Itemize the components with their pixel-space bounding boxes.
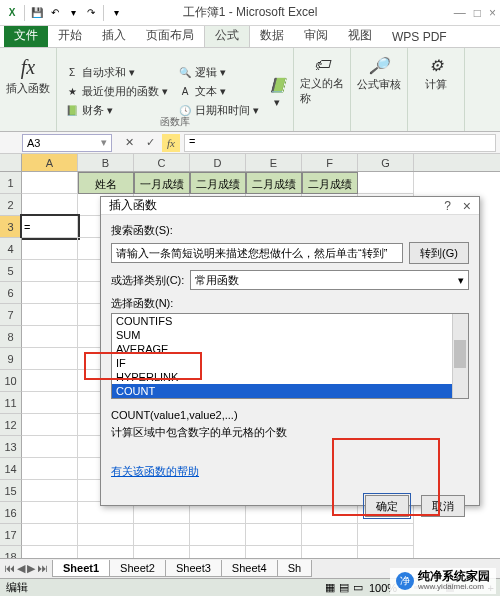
sheet-tab[interactable]: Sh [277, 560, 312, 577]
col-header-B[interactable]: B [78, 154, 134, 171]
function-help-link[interactable]: 有关该函数的帮助 [111, 464, 199, 479]
cell[interactable] [22, 326, 78, 348]
function-item[interactable]: IF [112, 356, 468, 370]
tab-file[interactable]: 文件 [4, 24, 48, 47]
go-button[interactable]: 转到(G) [409, 242, 469, 264]
redo-icon[interactable]: ↷ [83, 5, 99, 21]
col-header-G[interactable]: G [358, 154, 414, 171]
sheet-tab[interactable]: Sheet2 [109, 560, 166, 577]
formula-auditing-button[interactable]: 🔎 公式审核 [357, 50, 401, 92]
row-header[interactable]: 2 [0, 194, 22, 216]
dialog-help-button[interactable]: ? [444, 199, 451, 213]
cell[interactable] [22, 238, 78, 260]
row-header[interactable]: 10 [0, 370, 22, 392]
text-button[interactable]: A文本 ▾ [176, 83, 261, 100]
row-header[interactable]: 3 [0, 216, 22, 238]
autosum-button[interactable]: Σ自动求和 ▾ [63, 64, 170, 81]
cell[interactable] [22, 282, 78, 304]
cell[interactable]: = [22, 216, 78, 238]
maximize-button[interactable]: □ [474, 6, 481, 20]
function-item[interactable]: COUNTIFS [112, 314, 468, 328]
row-header[interactable]: 16 [0, 502, 22, 524]
function-item[interactable]: MAX [112, 398, 468, 399]
cell[interactable]: 姓名 [78, 172, 134, 194]
cell[interactable] [22, 370, 78, 392]
row-header[interactable]: 12 [0, 414, 22, 436]
calculation-button[interactable]: ⚙ 计算 [414, 50, 458, 92]
listbox-scrollbar[interactable] [452, 314, 468, 398]
col-header-F[interactable]: F [302, 154, 358, 171]
cell[interactable]: 二月成绩 [246, 172, 302, 194]
sheet-nav-first[interactable]: ⏮ [4, 562, 15, 575]
lookup-button[interactable]: 📗 ▾ [267, 71, 287, 109]
row-header[interactable]: 4 [0, 238, 22, 260]
recently-used-button[interactable]: ★最近使用的函数 ▾ [63, 83, 170, 100]
row-header[interactable]: 1 [0, 172, 22, 194]
row-header[interactable]: 14 [0, 458, 22, 480]
cell[interactable] [22, 502, 78, 524]
select-all-corner[interactable] [0, 154, 22, 171]
sheet-nav-prev[interactable]: ◀ [17, 562, 25, 575]
cell[interactable] [22, 172, 78, 194]
tab-insert[interactable]: 插入 [92, 24, 136, 47]
tab-page-layout[interactable]: 页面布局 [136, 24, 204, 47]
function-item[interactable]: AVERAGE [112, 342, 468, 356]
save-icon[interactable]: 💾 [29, 5, 45, 21]
undo-icon[interactable]: ↶ [47, 5, 63, 21]
tab-data[interactable]: 数据 [250, 24, 294, 47]
function-item-selected[interactable]: COUNT [112, 384, 468, 398]
row-header[interactable]: 11 [0, 392, 22, 414]
tab-view[interactable]: 视图 [338, 24, 382, 47]
sheet-nav-next[interactable]: ▶ [27, 562, 35, 575]
view-page-break-icon[interactable]: ▭ [353, 581, 363, 594]
row-header[interactable]: 15 [0, 480, 22, 502]
function-listbox[interactable]: COUNTIFS SUM AVERAGE IF HYPERLINK COUNT … [111, 313, 469, 399]
cell[interactable] [22, 392, 78, 414]
col-header-C[interactable]: C [134, 154, 190, 171]
col-header-A[interactable]: A [22, 154, 78, 171]
col-header-D[interactable]: D [190, 154, 246, 171]
close-button[interactable]: × [489, 6, 496, 20]
sheet-tab[interactable]: Sheet3 [165, 560, 222, 577]
sheet-tab[interactable]: Sheet1 [52, 560, 110, 577]
row-header[interactable]: 9 [0, 348, 22, 370]
cell[interactable] [22, 260, 78, 282]
dialog-titlebar[interactable]: 插入函数 ? × [101, 197, 479, 215]
cell[interactable] [22, 524, 78, 546]
minimize-button[interactable]: — [454, 6, 466, 20]
function-item[interactable]: HYPERLINK [112, 370, 468, 384]
tab-formulas[interactable]: 公式 [204, 23, 250, 47]
row-header[interactable]: 8 [0, 326, 22, 348]
tab-review[interactable]: 审阅 [294, 24, 338, 47]
function-item[interactable]: SUM [112, 328, 468, 342]
qat-dropdown-icon[interactable]: ▾ [65, 5, 81, 21]
search-function-input[interactable] [111, 243, 403, 263]
ok-button[interactable]: 确定 [365, 495, 409, 517]
cell[interactable] [22, 194, 78, 216]
cell[interactable] [22, 436, 78, 458]
formula-input[interactable]: = [184, 134, 496, 152]
tab-wps-pdf[interactable]: WPS PDF [382, 27, 457, 47]
cell[interactable] [22, 458, 78, 480]
customize-qat-icon[interactable]: ▾ [108, 5, 124, 21]
category-select[interactable]: 常用函数▾ [190, 270, 469, 290]
col-header-E[interactable]: E [246, 154, 302, 171]
row-header[interactable]: 17 [0, 524, 22, 546]
sheet-tab[interactable]: Sheet4 [221, 560, 278, 577]
cell[interactable] [22, 304, 78, 326]
tab-home[interactable]: 开始 [48, 24, 92, 47]
view-normal-icon[interactable]: ▦ [325, 581, 335, 594]
insert-function-button[interactable]: fx 插入函数 [6, 50, 50, 96]
cell[interactable] [358, 172, 414, 194]
row-header[interactable]: 7 [0, 304, 22, 326]
row-header[interactable]: 5 [0, 260, 22, 282]
name-box[interactable]: A3▾ [22, 134, 112, 152]
sheet-nav-last[interactable]: ⏭ [37, 562, 48, 575]
row-header[interactable]: 6 [0, 282, 22, 304]
cell[interactable]: 一月成绩 [134, 172, 190, 194]
dialog-close-button[interactable]: × [463, 198, 471, 214]
cell[interactable] [22, 348, 78, 370]
row-header[interactable]: 13 [0, 436, 22, 458]
cell[interactable]: 二月成绩 [302, 172, 358, 194]
logical-button[interactable]: 🔍逻辑 ▾ [176, 64, 261, 81]
